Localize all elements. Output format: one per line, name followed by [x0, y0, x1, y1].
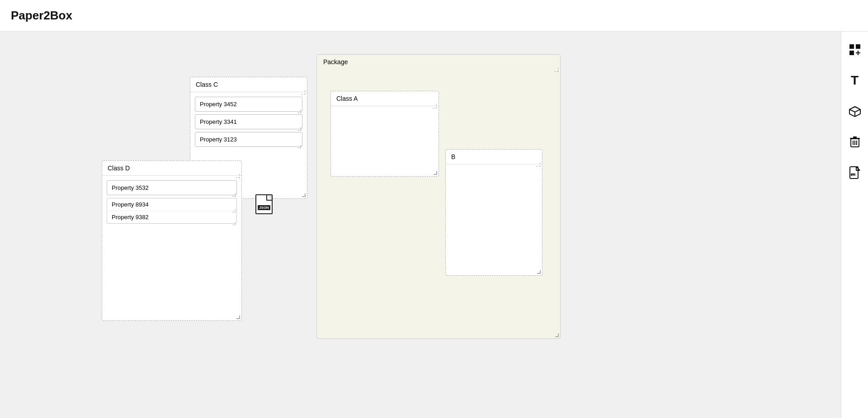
canvas[interactable]: Package Class A Class C Property 3452 [0, 32, 841, 418]
property-3123[interactable]: Property 3123 [195, 132, 302, 147]
class-c-resize[interactable] [302, 193, 306, 197]
class-b-resize[interactable] [537, 270, 541, 274]
class-a-box[interactable]: Class A [330, 91, 439, 177]
svg-rect-4 [856, 52, 860, 53]
class-b-header: B [446, 150, 542, 164]
property-3341[interactable]: Property 3341 [195, 114, 302, 129]
text-icon: T [851, 73, 859, 88]
package-tool[interactable] [846, 102, 864, 120]
delete-tool[interactable] [846, 133, 864, 151]
property-8934-header: Property 8934 [107, 198, 236, 211]
class-b-box[interactable]: B [445, 149, 542, 276]
header: Paper2Box [0, 0, 868, 32]
property-8934-container[interactable]: Property 8934 Property 9382 [107, 198, 237, 224]
property-3452[interactable]: Property 3452 [195, 97, 302, 112]
package-resize[interactable] [555, 333, 559, 337]
class-a-body [331, 106, 439, 169]
export-json-tool[interactable]: JSON [846, 164, 864, 182]
package-label: Package [317, 55, 560, 69]
svg-rect-13 [850, 167, 858, 178]
property-9382[interactable]: Property 9382 [107, 211, 236, 223]
svg-rect-2 [849, 51, 854, 55]
class-c-header: Class C [190, 77, 307, 92]
class-d-resize[interactable] [236, 315, 240, 319]
class-a-resize[interactable] [434, 171, 437, 175]
add-element-tool[interactable] [846, 41, 864, 59]
json-label: JSON [258, 205, 270, 210]
class-b-body [446, 164, 542, 268]
svg-rect-1 [856, 44, 860, 49]
svg-text:JSON: JSON [851, 174, 858, 177]
class-c-body: Property 3452 Property 3341 Property 312… [190, 92, 307, 151]
class-d-body: Property 3532 Property 8934 Property 938… [102, 176, 241, 228]
app-title: Paper2Box [11, 9, 72, 23]
class-d-box[interactable]: Class D Property 3532 Property 8934 Prop… [102, 160, 242, 321]
main: Package Class A Class C Property 3452 [0, 32, 868, 418]
json-file-icon: JSON [255, 194, 273, 214]
class-d-header: Class D [102, 161, 241, 176]
svg-rect-0 [849, 44, 854, 49]
property-3532[interactable]: Property 3532 [107, 180, 237, 195]
json-float-icon[interactable]: JSON [255, 194, 273, 214]
svg-rect-8 [853, 136, 857, 138]
class-a-header: Class A [331, 91, 439, 106]
toolbar: T [841, 32, 868, 418]
text-tool[interactable]: T [846, 71, 864, 89]
